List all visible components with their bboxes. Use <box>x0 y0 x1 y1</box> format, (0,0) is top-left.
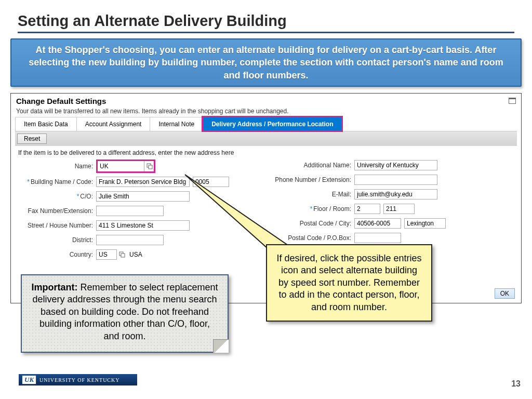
svg-rect-3 <box>121 254 125 257</box>
fax-label: Fax Number/Extension: <box>18 207 96 215</box>
postal-city-label: Postal Code / City: <box>266 220 354 227</box>
tab-internal-note[interactable]: Internal Note <box>150 117 203 131</box>
page-number: 13 <box>511 379 521 389</box>
slide-title: Setting an Alternate Delivery Building <box>0 0 532 32</box>
toolbar: Reset <box>15 131 517 146</box>
district-label: District: <box>18 236 96 244</box>
city-input[interactable] <box>404 218 446 229</box>
tab-account-assignment[interactable]: Account Assignment <box>76 117 151 131</box>
name-input[interactable] <box>98 161 144 171</box>
country-entries-icon[interactable] <box>118 250 126 259</box>
room-input[interactable] <box>383 204 415 214</box>
uk-logo: UK <box>22 375 36 384</box>
left-column: Name: Building Name / Code: C/O: Fax Num… <box>18 159 266 263</box>
uk-name: UNIVERSITY OF KENTUCKY <box>39 377 119 383</box>
country-input[interactable] <box>96 249 117 260</box>
floor-input[interactable] <box>354 204 380 214</box>
page-curl-icon <box>213 339 229 353</box>
addl-name-label: Additional Name: <box>266 162 354 169</box>
instruction-banner: At the Shopper's choosing, you can enter… <box>10 38 522 87</box>
callout-box: If desired, click the possible entries i… <box>266 244 432 322</box>
co-label: C/O: <box>18 193 96 200</box>
reset-button[interactable]: Reset <box>17 134 47 144</box>
street-input[interactable] <box>96 220 190 231</box>
footer-bar: UK UNIVERSITY OF KENTUCKY <box>19 374 137 385</box>
tab-delivery-address[interactable]: Delivery Address / Performance Location <box>203 117 342 131</box>
email-input[interactable] <box>354 189 437 200</box>
country-label: Country: <box>18 251 96 258</box>
ok-button[interactable]: OK <box>495 288 515 299</box>
country-text: USA <box>129 251 142 258</box>
fax-input[interactable] <box>96 206 164 216</box>
phone-label: Phone Number / Extension: <box>266 176 354 183</box>
co-input[interactable] <box>96 191 190 202</box>
phone-input[interactable] <box>354 175 437 185</box>
panel-note: Your data will be transferred to all new… <box>11 108 521 117</box>
window-icon[interactable] <box>509 98 516 104</box>
tab-item-basic-data[interactable]: Item Basic Data <box>15 117 77 131</box>
name-label: Name: <box>18 163 96 170</box>
pobox-label: Postal Code / P.O.Box: <box>266 234 354 242</box>
panel-title: Change Default Settings <box>16 97 106 105</box>
building-label: Building Name / Code: <box>18 178 96 185</box>
building-code-input[interactable] <box>193 177 229 187</box>
important-bold: Important: <box>31 282 80 292</box>
street-label: Street / House Number: <box>18 222 96 229</box>
possible-entries-icon[interactable] <box>145 162 154 171</box>
email-label: E-Mail: <box>266 191 354 198</box>
floor-room-label: Floor / Room: <box>266 205 354 212</box>
building-name-input[interactable] <box>96 177 190 187</box>
important-box: Important: Remember to select replacemen… <box>21 274 229 353</box>
title-underline <box>18 32 514 33</box>
name-input-highlighted <box>96 159 155 173</box>
postal-input[interactable] <box>354 218 401 229</box>
district-input[interactable] <box>96 235 164 245</box>
tabstrip: Item Basic Data Account Assignment Inter… <box>15 117 517 131</box>
svg-rect-1 <box>149 165 152 169</box>
addl-name-input[interactable] <box>354 160 437 170</box>
pobox-input[interactable] <box>354 233 401 243</box>
form-note: If the item is to be delivered to a diff… <box>11 146 521 159</box>
